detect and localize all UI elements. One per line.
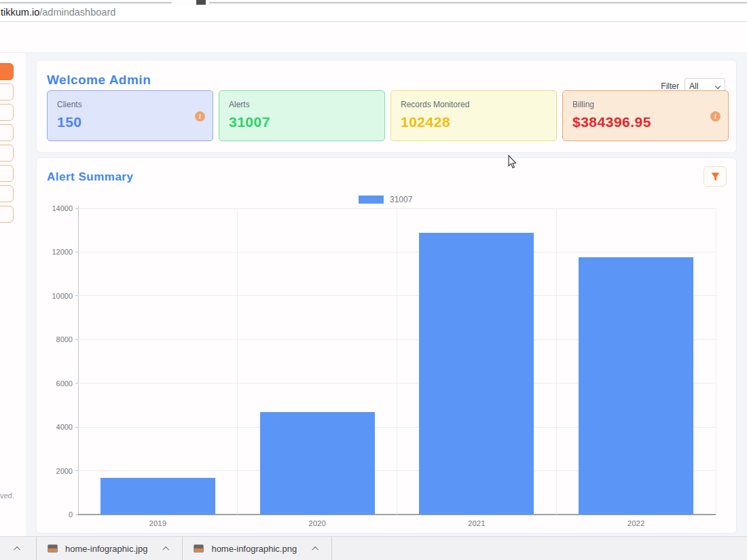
stat-card-value: $384396.95 bbox=[572, 114, 718, 130]
y-tick-label: 14000 bbox=[37, 204, 73, 212]
url-host: tikkum.io bbox=[1, 7, 39, 18]
sidebar-item-3[interactable] bbox=[0, 104, 14, 121]
download-item-menu-button[interactable] bbox=[310, 542, 322, 555]
filter-selected-value: All bbox=[689, 81, 698, 91]
alert-summary-section: Alert Summary 31007 02000400060008000100… bbox=[36, 157, 737, 534]
info-icon[interactable]: i bbox=[195, 111, 205, 122]
y-tick-label: 8000 bbox=[37, 335, 73, 343]
y-tick-label: 10000 bbox=[37, 292, 73, 300]
y-tick-mark bbox=[75, 427, 78, 428]
sidebar-item-8[interactable] bbox=[0, 206, 14, 223]
v-gridline bbox=[716, 208, 716, 515]
downloads-bar: home-infographic.jpghome-infographic.png bbox=[0, 536, 747, 560]
bar-2020[interactable] bbox=[260, 412, 375, 515]
x-tick-label: 2019 bbox=[117, 519, 198, 527]
image-file-icon bbox=[48, 544, 58, 553]
filter-label: Filter bbox=[661, 81, 679, 91]
stat-card-label: Billing bbox=[572, 100, 718, 109]
alert-summary-title: Alert Summary bbox=[47, 170, 133, 184]
stat-cards-row: Clients150iAlerts31007Records Monitored1… bbox=[47, 90, 729, 141]
y-tick-mark bbox=[75, 295, 78, 296]
tab-edge-line bbox=[0, 2, 172, 3]
stat-card-clients: Clients150i bbox=[47, 90, 213, 141]
v-gridline bbox=[556, 208, 557, 515]
url-path: /admindashboard bbox=[39, 7, 115, 18]
bar-2019[interactable] bbox=[101, 478, 215, 515]
browser-tab-fragment[interactable] bbox=[196, 0, 206, 5]
download-item-menu-button[interactable] bbox=[160, 542, 172, 555]
browser-tab-strip bbox=[0, 0, 747, 5]
sidebar-footer-text: ved. bbox=[0, 491, 14, 500]
chart-legend: 31007 bbox=[359, 195, 412, 204]
sidebar-item-1[interactable] bbox=[0, 63, 14, 80]
page-background: ved. Welcome Admin Filter All Clients150… bbox=[0, 53, 747, 536]
chevron-up-icon bbox=[312, 546, 318, 553]
sidebar bbox=[0, 53, 26, 536]
bar-chart: 0200040006000800010000120001400020192020… bbox=[78, 208, 716, 515]
legend-label: 31007 bbox=[390, 195, 412, 204]
bar-2021[interactable] bbox=[419, 233, 534, 515]
y-tick-label: 4000 bbox=[37, 423, 73, 431]
stat-card-billing: Billing$384396.95i bbox=[562, 90, 729, 141]
y-tick-label: 0 bbox=[37, 510, 73, 519]
v-gridline bbox=[237, 208, 238, 515]
image-file-icon bbox=[194, 544, 204, 553]
x-tick-label: 2021 bbox=[436, 519, 517, 527]
x-tick-label: 2022 bbox=[596, 519, 677, 527]
download-item-1[interactable]: home-infographic.jpg bbox=[37, 537, 183, 560]
stat-card-value: 102428 bbox=[401, 114, 547, 130]
stat-card-alerts: Alerts31007 bbox=[219, 90, 385, 141]
sidebar-item-7[interactable] bbox=[0, 185, 14, 202]
v-gridline bbox=[397, 208, 397, 515]
chart-filter-button[interactable] bbox=[704, 166, 727, 187]
sidebar-item-4[interactable] bbox=[0, 124, 14, 141]
y-tick-mark bbox=[75, 383, 78, 384]
y-tick-mark bbox=[75, 208, 78, 209]
stat-card-label: Alerts bbox=[229, 100, 375, 109]
y-tick-mark bbox=[75, 515, 78, 515]
download-filename: home-infographic.png bbox=[211, 544, 297, 554]
sidebar-item-5[interactable] bbox=[0, 145, 14, 162]
app-header: RECONNECT bbox=[0, 22, 747, 53]
chevron-up-icon bbox=[14, 546, 20, 553]
chevron-up-icon bbox=[162, 546, 169, 553]
y-tick-mark bbox=[75, 470, 78, 471]
legend-swatch bbox=[359, 195, 384, 204]
bar-2022[interactable] bbox=[579, 257, 693, 515]
info-icon[interactable]: i bbox=[710, 111, 721, 122]
y-tick-mark bbox=[75, 252, 78, 253]
downloads-collapse-button[interactable] bbox=[0, 537, 37, 560]
y-tick-label: 6000 bbox=[37, 379, 73, 388]
stat-card-label: Records Monitored bbox=[401, 100, 547, 109]
x-tick-label: 2020 bbox=[276, 519, 358, 527]
y-tick-label: 12000 bbox=[37, 248, 73, 256]
welcome-title: Welcome Admin bbox=[47, 73, 151, 88]
stat-card-label: Clients bbox=[57, 100, 203, 109]
download-item-2[interactable]: home-infographic.png bbox=[183, 537, 332, 560]
y-tick-mark bbox=[75, 339, 78, 340]
sidebar-item-2[interactable] bbox=[0, 83, 14, 100]
chevron-down-icon bbox=[715, 83, 721, 89]
download-filename: home-infographic.jpg bbox=[65, 544, 147, 554]
browser-url-bar[interactable]: tikkum.io/admindashboard bbox=[0, 5, 747, 22]
stat-card-value: 31007 bbox=[229, 114, 375, 130]
y-tick-label: 2000 bbox=[37, 467, 73, 475]
funnel-icon bbox=[711, 172, 720, 181]
stat-card-records-monitored: Records Monitored102428 bbox=[390, 90, 557, 141]
tab-edge-line bbox=[209, 2, 747, 3]
stat-card-value: 150 bbox=[57, 114, 203, 130]
welcome-section: Welcome Admin Filter All Clients150iAler… bbox=[36, 60, 737, 153]
sidebar-item-6[interactable] bbox=[0, 165, 14, 182]
